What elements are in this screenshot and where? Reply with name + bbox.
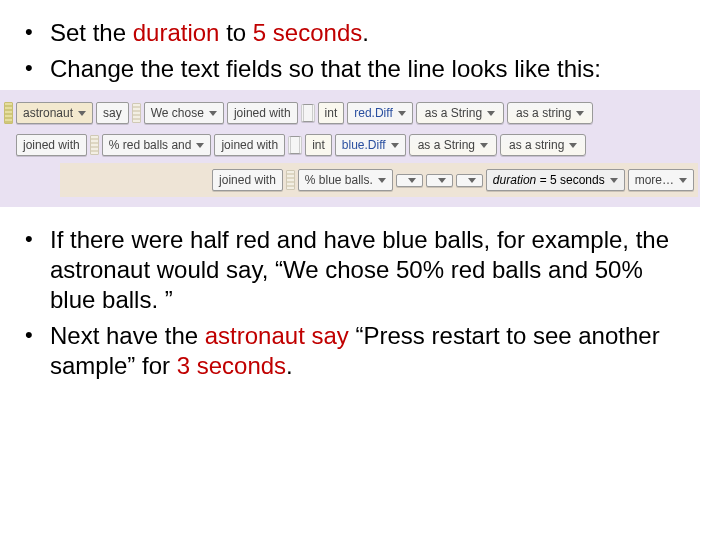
joined-label: joined with: [234, 106, 291, 120]
reddiff-label: red.Diff: [354, 106, 392, 120]
stack-divider: [301, 104, 315, 122]
chevron-down-icon: [487, 111, 495, 116]
joined-with-tile[interactable]: joined with: [227, 102, 298, 124]
grab-handle[interactable]: [4, 102, 13, 124]
chevron-down-icon: [78, 111, 86, 116]
chevron-down-icon: [480, 143, 488, 148]
chevron-down-icon: [468, 178, 476, 183]
stack-divider: [288, 136, 302, 154]
as-a-string-tile-2[interactable]: as a string: [500, 134, 586, 156]
as-a-string-tile[interactable]: as a String: [416, 102, 504, 124]
joined-label: joined with: [221, 138, 278, 152]
chevron-down-icon: [408, 178, 416, 183]
joined-with-tile[interactable]: joined with: [214, 134, 285, 156]
chevron-down-icon: [398, 111, 406, 116]
duration-label: duration =: [493, 173, 547, 187]
var-tile-bluediff[interactable]: blue.Diff: [335, 134, 406, 156]
bottom-bullets: If there were half red and have blue bal…: [0, 225, 700, 381]
three-seconds: 3 seconds: [177, 352, 286, 379]
int-tile[interactable]: int: [305, 134, 332, 156]
as-string-label: as a String: [418, 138, 475, 152]
chevron-down-icon: [196, 143, 204, 148]
duration-unit: seconds: [560, 173, 605, 187]
as-string-label-2: as a string: [516, 106, 571, 120]
joined-label: joined with: [219, 173, 276, 187]
blue-balls-label: % blue balls.: [305, 173, 373, 187]
chevron-down-icon: [576, 111, 584, 116]
bullet-press-restart: Next have the astronaut say “Press resta…: [50, 321, 680, 381]
t: Next have the: [50, 322, 205, 349]
duration-value: 5: [550, 173, 557, 187]
duration-word: duration: [133, 19, 220, 46]
dropdown-empty[interactable]: [456, 174, 483, 187]
int-label: int: [325, 106, 338, 120]
dropdown-empty[interactable]: [396, 174, 423, 187]
five-seconds: 5 seconds: [253, 19, 362, 46]
bluediff-label: blue.Diff: [342, 138, 386, 152]
t: Set the: [50, 19, 133, 46]
as-a-string-tile[interactable]: as a String: [409, 134, 497, 156]
int-tile[interactable]: int: [318, 102, 345, 124]
bullet-example: If there were half red and have blue bal…: [50, 225, 680, 315]
chevron-down-icon: [569, 143, 577, 148]
t: to: [219, 19, 252, 46]
object-tile-astronaut[interactable]: astronaut: [16, 102, 93, 124]
alice-row-3: joined with % blue balls. duration = 5 s…: [60, 163, 698, 197]
grab-handle[interactable]: [90, 135, 99, 155]
chevron-down-icon: [378, 178, 386, 183]
t: .: [286, 352, 293, 379]
method-tile-say[interactable]: say: [96, 102, 129, 124]
text-tile-blue-balls[interactable]: % blue balls.: [298, 169, 393, 191]
more-tile[interactable]: more…: [628, 169, 694, 191]
duration-tile[interactable]: duration = 5 seconds: [486, 169, 625, 191]
t: .: [362, 19, 369, 46]
joined-label: joined with: [23, 138, 80, 152]
chevron-down-icon: [610, 178, 618, 183]
as-a-string-tile-2[interactable]: as a string: [507, 102, 593, 124]
chevron-down-icon: [391, 143, 399, 148]
alice-code-panel: astronaut say We chose joined with int r…: [0, 90, 700, 207]
as-string-label: as a String: [425, 106, 482, 120]
more-label: more…: [635, 173, 674, 187]
red-balls-and-label: % red balls and: [109, 138, 192, 152]
int-label: int: [312, 138, 325, 152]
text-tile-we-chose[interactable]: We chose: [144, 102, 224, 124]
alice-row-1: astronaut say We chose joined with int r…: [2, 99, 698, 127]
bullet-change-text: Change the text fields so that the line …: [50, 54, 680, 84]
chevron-down-icon: [209, 111, 217, 116]
we-chose-label: We chose: [151, 106, 204, 120]
top-bullets: Set the duration to 5 seconds. Change th…: [0, 18, 700, 84]
text-tile-red-balls-and[interactable]: % red balls and: [102, 134, 212, 156]
grab-handle[interactable]: [286, 170, 295, 190]
say-label: say: [103, 106, 122, 120]
as-string-label-2: as a string: [509, 138, 564, 152]
alice-row-2: joined with % red balls and joined with …: [14, 131, 698, 159]
astronaut-say: astronaut say: [205, 322, 349, 349]
grab-handle[interactable]: [132, 103, 141, 123]
chevron-down-icon: [438, 178, 446, 183]
astronaut-label: astronaut: [23, 106, 73, 120]
joined-with-tile[interactable]: joined with: [212, 169, 283, 191]
bullet-duration: Set the duration to 5 seconds.: [50, 18, 680, 48]
dropdown-empty[interactable]: [426, 174, 453, 187]
chevron-down-icon: [679, 178, 687, 183]
joined-with-tile[interactable]: joined with: [16, 134, 87, 156]
var-tile-reddiff[interactable]: red.Diff: [347, 102, 412, 124]
